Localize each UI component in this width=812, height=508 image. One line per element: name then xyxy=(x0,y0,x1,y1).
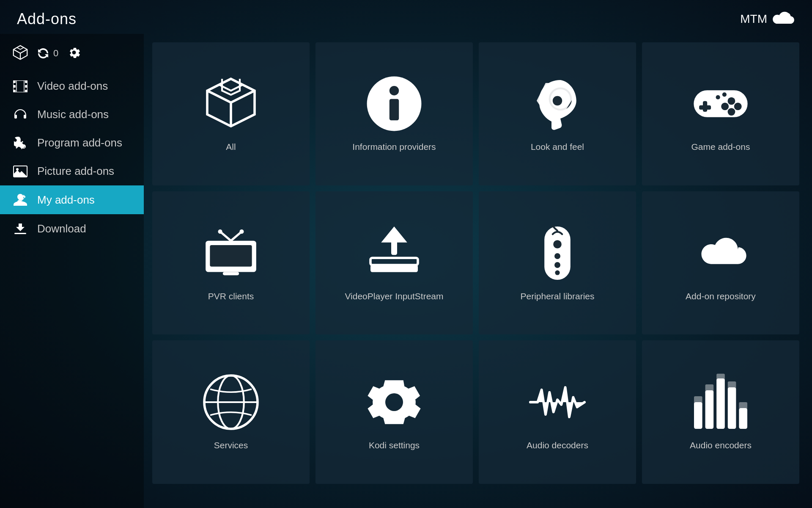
cloud-repo-icon xyxy=(691,224,750,283)
tile-audio-encoders-label: Audio encoders xyxy=(690,439,752,451)
tile-addon-repository[interactable]: Add-on repository xyxy=(642,191,799,334)
tile-information-providers[interactable]: Information providers xyxy=(315,42,473,185)
svg-point-44 xyxy=(553,240,562,248)
tv-icon xyxy=(201,224,261,283)
svg-point-34 xyxy=(218,229,222,234)
svg-point-27 xyxy=(734,103,742,110)
svg-point-35 xyxy=(239,229,244,234)
sidebar-label-picture-addons: Picture add-ons xyxy=(37,165,114,178)
cloud-mtm-icon xyxy=(772,11,795,28)
info-circle-icon xyxy=(365,74,424,133)
tile-look-and-feel[interactable]: Look and feel xyxy=(479,42,636,185)
tile-peripheral-libraries-label: Peripheral libraries xyxy=(520,290,594,302)
svg-rect-6 xyxy=(25,90,27,92)
sidebar-label-music-addons: Music add-ons xyxy=(37,108,109,121)
globe-icon xyxy=(201,373,261,432)
headphones-icon xyxy=(13,108,28,121)
svg-rect-57 xyxy=(716,374,725,381)
paint-icon xyxy=(528,74,587,133)
svg-rect-3 xyxy=(13,80,16,83)
sidebar-label-download: Download xyxy=(37,222,86,235)
svg-rect-37 xyxy=(210,245,252,267)
svg-rect-52 xyxy=(705,390,714,429)
tile-game-addons-label: Game add-ons xyxy=(691,141,750,152)
picture-icon xyxy=(13,166,28,177)
svg-point-45 xyxy=(554,253,560,259)
svg-rect-51 xyxy=(694,402,702,429)
tile-all[interactable]: All xyxy=(152,42,310,185)
refresh-count: 0 xyxy=(53,48,58,59)
tile-pvr-clients[interactable]: PVR clients xyxy=(152,191,310,334)
tile-kodi-settings[interactable]: Kodi settings xyxy=(315,340,473,483)
page-title: Add-ons xyxy=(17,10,77,28)
tile-videoplayer-inputstream[interactable]: VideoPlayer InputStream xyxy=(315,191,473,334)
header-username: MTM xyxy=(740,12,767,26)
tile-game-addons[interactable]: Game add-ons xyxy=(642,42,799,185)
svg-rect-54 xyxy=(728,387,736,429)
svg-point-47 xyxy=(555,270,560,275)
svg-point-26 xyxy=(728,97,735,105)
tile-audio-decoders-label: Audio decoders xyxy=(527,439,588,451)
sidebar-item-picture-addons[interactable]: Picture add-ons xyxy=(0,157,144,185)
svg-rect-25 xyxy=(699,105,711,110)
svg-rect-40 xyxy=(370,258,418,265)
svg-point-46 xyxy=(554,262,560,268)
main-layout: 0 xyxy=(0,34,812,508)
header-right: MTM xyxy=(740,11,795,28)
waveform-icon xyxy=(528,373,587,432)
svg-rect-55 xyxy=(694,396,702,405)
tile-all-label: All xyxy=(226,141,236,152)
svg-rect-59 xyxy=(739,408,747,429)
sidebar-item-video-addons[interactable]: Video add-ons xyxy=(0,72,144,100)
svg-rect-38 xyxy=(223,272,239,275)
tile-addon-repository-label: Add-on repository xyxy=(686,290,756,302)
svg-point-31 xyxy=(722,93,727,97)
tile-audio-encoders[interactable]: Audio encoders xyxy=(642,340,799,483)
sidebar-item-my-addons[interactable]: My add-ons xyxy=(0,185,144,214)
cog-icon xyxy=(365,373,424,432)
wrench-icon xyxy=(13,137,28,149)
svg-rect-8 xyxy=(25,85,27,88)
remote-icon xyxy=(528,224,587,283)
sidebar-item-program-addons[interactable]: Program add-ons xyxy=(0,129,144,157)
sidebar-label-my-addons: My add-ons xyxy=(37,193,95,207)
gamepad-icon xyxy=(691,74,750,133)
tile-information-providers-label: Information providers xyxy=(352,141,436,152)
svg-rect-56 xyxy=(705,384,714,393)
sidebar-toolbar: 0 xyxy=(0,38,144,72)
svg-rect-4 xyxy=(25,80,27,83)
sidebar-label-video-addons: Video add-ons xyxy=(37,80,108,93)
svg-rect-60 xyxy=(739,402,747,409)
addon-box-icon[interactable] xyxy=(13,45,28,62)
box-open-icon xyxy=(201,74,261,133)
film-icon xyxy=(13,80,28,92)
my-addons-icon xyxy=(13,193,28,207)
svg-point-28 xyxy=(728,108,735,116)
sidebar: 0 xyxy=(0,34,144,508)
tile-services[interactable]: Services xyxy=(152,340,310,483)
refresh-area[interactable]: 0 xyxy=(36,47,58,60)
tile-audio-decoders[interactable]: Audio decoders xyxy=(479,340,636,483)
upload-icon xyxy=(365,224,424,283)
svg-marker-42 xyxy=(381,226,407,243)
svg-rect-7 xyxy=(13,85,16,88)
sidebar-item-music-addons[interactable]: Music add-ons xyxy=(0,100,144,129)
sidebar-label-program-addons: Program add-ons xyxy=(37,136,122,149)
sidebar-item-download[interactable]: Download xyxy=(0,214,144,243)
svg-point-29 xyxy=(721,103,729,110)
svg-rect-5 xyxy=(13,90,16,92)
bars-icon xyxy=(691,373,750,432)
svg-rect-58 xyxy=(728,381,736,390)
download-icon xyxy=(13,222,28,235)
svg-point-30 xyxy=(716,95,720,99)
settings-icon[interactable] xyxy=(67,45,81,61)
tile-services-label: Services xyxy=(214,439,248,451)
svg-point-18 xyxy=(390,86,399,95)
svg-rect-19 xyxy=(390,99,399,120)
svg-point-22 xyxy=(553,96,562,105)
header: Add-ons MTM xyxy=(0,0,812,34)
content-area: All Information providers xyxy=(144,34,812,508)
refresh-icon xyxy=(36,47,50,60)
tile-peripheral-libraries[interactable]: Peripheral libraries xyxy=(479,191,636,334)
tile-look-and-feel-label: Look and feel xyxy=(531,141,584,152)
